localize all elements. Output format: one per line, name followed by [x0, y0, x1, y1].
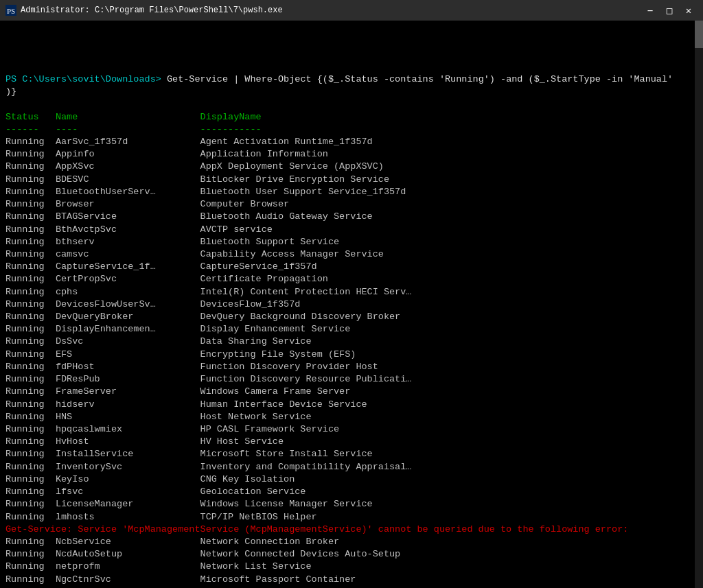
powershell-icon: PS [5, 5, 16, 16]
console-output: PS C:\Users\sovit\Downloads> Get-Service… [0, 21, 703, 588]
row-23: Running HNS Host Network Service [5, 412, 312, 422]
row-24: Running hpqcaslwmiex HP CASL Framework S… [5, 424, 339, 434]
command-continuation: )} [5, 86, 16, 97]
row-16: Running DisplayEnhancemen… Display Enhan… [5, 324, 350, 334]
blank-line [5, 99, 11, 109]
col-status-sep: ------ [5, 124, 56, 134]
row-4: Running BDESVC BitLocker Drive Encryptio… [5, 174, 389, 185]
row-1: Running AarSvc_1f357d Agent Activation R… [5, 137, 373, 147]
scrollbar[interactable] [695, 21, 703, 588]
minimize-button[interactable]: − [641, 3, 659, 17]
row-2: Running Appinfo Application Information [5, 149, 328, 159]
close-button[interactable]: ✕ [680, 3, 698, 17]
error-1: Get-Service: Service 'McpManagementServi… [5, 524, 628, 534]
col-display-header: DisplayName [200, 112, 262, 122]
row-29: Running lfsvc Geolocation Service [5, 486, 306, 497]
title-bar-left: PS Administrator: C:\Program Files\Power… [5, 5, 283, 16]
row-26: Running InstallService Microsoft Store I… [5, 449, 373, 459]
row-3: Running AppXSvc AppX Deployment Service … [5, 161, 384, 172]
row-30: Running LicenseManager Windows License M… [5, 499, 373, 509]
console-content: PS C:\Users\sovit\Downloads> Get-Service… [5, 61, 698, 588]
row-13: Running cphs Intel(R) Content Protection… [5, 287, 411, 297]
row-19: Running fdPHost Function Discovery Provi… [5, 362, 378, 372]
row-20: Running FDResPub Function Discovery Reso… [5, 374, 411, 384]
prompt-text: PS C:\Users\sovit\Downloads> [5, 74, 167, 84]
col-status-header: Status [5, 112, 56, 122]
row-35: Running NgcCtnrSvc Microsoft Passport Co… [5, 574, 356, 585]
row-22: Running hidserv Human Interface Device S… [5, 399, 367, 410]
row-25: Running HvHost HV Host Service [5, 436, 284, 447]
row-27: Running InventorySvc Inventory and Compa… [5, 462, 411, 472]
row-17: Running DsSvc Data Sharing Service [5, 336, 312, 346]
row-8: Running BthAvctpSvc AVCTP service [5, 224, 273, 235]
command-text: Get-Service | Where-Object {($_.Status -… [167, 74, 673, 84]
row-5: Running BluetoothUserServ… Bluetooth Use… [5, 187, 406, 197]
row-18: Running EFS Encrypting File System (EFS) [5, 349, 356, 360]
row-33: Running NcdAutoSetup Network Connected D… [5, 549, 400, 559]
row-28: Running KeyIso CNG Key Isolation [5, 474, 295, 484]
col-name-header: Name [56, 112, 200, 122]
row-7: Running BTAGService Bluetooth Audio Gate… [5, 211, 373, 222]
row-34: Running netprofm Network List Service [5, 561, 312, 572]
row-21: Running FrameServer Windows Camera Frame… [5, 386, 350, 397]
scrollbar-thumb[interactable] [695, 21, 703, 48]
svg-text:PS: PS [7, 7, 15, 15]
title-bar-controls: − □ ✕ [641, 3, 698, 17]
row-9: Running bthserv Bluetooth Support Servic… [5, 237, 339, 247]
col-display-sep: ----------- [200, 124, 262, 134]
row-11: Running CaptureService_1f… CaptureServic… [5, 261, 317, 272]
title-bar: PS Administrator: C:\Program Files\Power… [0, 0, 703, 21]
maximize-button[interactable]: □ [660, 3, 678, 17]
row-14: Running DevicesFlowUserSv… DevicesFlow_1… [5, 299, 300, 309]
row-32: Running NcbService Network Connection Br… [5, 537, 339, 547]
window-title: Administrator: C:\Program Files\PowerShe… [21, 5, 283, 15]
row-15: Running DevQueryBroker DevQuery Backgrou… [5, 311, 400, 322]
row-6: Running Browser Computer Browser [5, 199, 289, 209]
row-31: Running lmhosts TCP/IP NetBIOS Helper [5, 512, 317, 522]
col-name-sep: ---- [56, 124, 200, 134]
row-10: Running camsvc Capability Access Manager… [5, 249, 384, 259]
row-12: Running CertPropSvc Certificate Propagat… [5, 274, 328, 284]
